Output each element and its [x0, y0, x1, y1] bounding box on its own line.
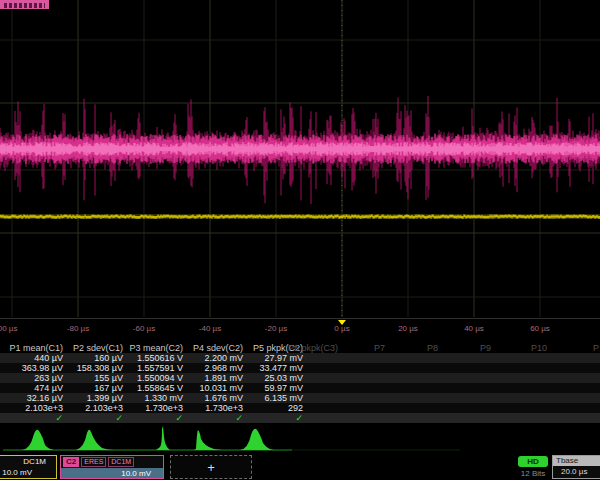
- histicon-p2: [76, 430, 114, 450]
- time-tick-label: 0 µs: [334, 324, 349, 333]
- status-check-icon: ✓: [0, 413, 68, 423]
- parameter-histicons: [0, 423, 600, 455]
- time-axis: -100 µs -80 µs -60 µs -40 µs -20 µs 0 µs…: [0, 318, 600, 344]
- param-header-p1[interactable]: P1 mean(C1): [0, 343, 68, 353]
- status-check-icon: ✓: [188, 413, 248, 423]
- time-tick-label: -20 µs: [265, 324, 287, 333]
- status-check-icon: ✓: [128, 413, 188, 423]
- param-header-p11[interactable]: P11: [593, 343, 600, 353]
- plus-icon: +: [207, 460, 215, 475]
- measure-cell: 33.477 mV: [248, 363, 308, 373]
- measure-row-max: 474 µV 167 µV 1.558645 V 10.031 mV 59.97…: [0, 383, 600, 393]
- measure-cell: 25.03 mV: [248, 373, 308, 383]
- measure-row-status: ✓ ✓ ✓ ✓ ✓: [0, 413, 600, 423]
- measure-cell: 2.103e+3: [0, 403, 68, 413]
- measure-cell: 59.97 mV: [248, 383, 308, 393]
- time-tick-label: 20 µs: [398, 324, 418, 333]
- add-trace-button[interactable]: +: [170, 455, 252, 479]
- measure-cell: 27.97 mV: [248, 353, 308, 363]
- measure-cell: 440 µV: [0, 353, 68, 363]
- measure-cell: 1.558645 V: [128, 383, 188, 393]
- measure-cell: 32.16 µV: [0, 393, 68, 403]
- c2-coupling-flag: DC1M: [108, 457, 134, 467]
- oscilloscope-screen: -100 µs -80 µs -60 µs -40 µs -20 µs 0 µs…: [0, 0, 600, 480]
- measure-row-sdev: 32.16 µV 1.399 µV 1.330 mV 1.676 mV 6.13…: [0, 393, 600, 403]
- measure-cell: 1.730e+3: [128, 403, 188, 413]
- c2-eres-flag: ERES: [81, 457, 106, 467]
- measure-cell: 1.550616 V: [128, 353, 188, 363]
- measure-cell: 363.98 µV: [0, 363, 68, 373]
- measure-cell: 1.676 mV: [188, 393, 248, 403]
- measure-cell: 167 µV: [68, 383, 128, 393]
- measure-cell: 10.031 mV: [188, 383, 248, 393]
- histicon-p5: [240, 429, 274, 450]
- measure-cell: 263 µV: [0, 373, 68, 383]
- timebase-descriptor[interactable]: Tbase 20.0 µs: [552, 455, 600, 479]
- cropped-menu-badge[interactable]: [0, 0, 49, 9]
- timebase-title: Tbase: [553, 456, 600, 466]
- param-header-p3[interactable]: P3 mean(C2): [128, 343, 188, 353]
- measure-cell: 1.557591 V: [128, 363, 188, 373]
- descriptor-bar: DC1M 10.0 mV C2 ERES DC1M 10.0 mV + HD 1…: [0, 455, 600, 480]
- measure-cell: 1.330 mV: [128, 393, 188, 403]
- c1-volts-per-div: 10.0 mV: [2, 468, 32, 477]
- c1-coupling-flag: DC1M: [23, 457, 46, 466]
- param-header-p8[interactable]: P8: [427, 343, 438, 353]
- measurement-table: P1 mean(C1) P2 sdev(C1) P3 mean(C2) P4 s…: [0, 343, 600, 423]
- measure-row-mean: 363.98 µV 158.308 µV 1.557591 V 2.968 mV…: [0, 363, 600, 373]
- measure-cell: 292: [248, 403, 308, 413]
- measure-row-min: 263 µV 155 µV 1.550094 V 1.891 mV 25.03 …: [0, 373, 600, 383]
- trigger-position-icon[interactable]: [338, 320, 346, 325]
- measure-cell: 1.891 mV: [188, 373, 248, 383]
- param-header-p7[interactable]: P7: [374, 343, 385, 353]
- measure-row-num: 2.103e+3 2.103e+3 1.730e+3 1.730e+3 292: [0, 403, 600, 413]
- time-tick-label: 40 µs: [464, 324, 484, 333]
- param-header-p2[interactable]: P2 sdev(C1): [68, 343, 128, 353]
- measure-cell: 155 µV: [68, 373, 128, 383]
- status-check-icon: ✓: [248, 413, 308, 423]
- measure-cell: 2.103e+3: [68, 403, 128, 413]
- time-tick-label: -80 µs: [67, 324, 89, 333]
- time-tick-label: 60 µs: [530, 324, 550, 333]
- illegible-text-pattern: [4, 3, 45, 8]
- param-header-p6[interactable]: P6 pkpk(C3): [288, 343, 338, 353]
- measure-cell: 1.550094 V: [128, 373, 188, 383]
- measure-cell: 2.200 mV: [188, 353, 248, 363]
- measure-cell: 2.968 mV: [188, 363, 248, 373]
- measure-cell: 158.308 µV: [68, 363, 128, 373]
- hd-mode-badge[interactable]: HD: [518, 456, 548, 467]
- c2-channel-badge: C2: [63, 457, 79, 467]
- waveform-svg: [0, 0, 600, 318]
- measure-row-value: 440 µV 160 µV 1.550616 V 2.200 mV 27.97 …: [0, 353, 600, 363]
- histicon-p4: [194, 430, 222, 450]
- time-tick-label: -40 µs: [199, 324, 221, 333]
- time-per-div-value: 20.0 µs: [553, 466, 600, 478]
- measure-cell: 6.135 mV: [248, 393, 308, 403]
- time-tick-label: -100 µs: [0, 324, 17, 333]
- measure-cell: 1.399 µV: [68, 393, 128, 403]
- histicon-p1: [22, 430, 54, 450]
- measure-cell: 1.730e+3: [188, 403, 248, 413]
- channel-c2-descriptor[interactable]: C2 ERES DC1M 10.0 mV: [60, 455, 164, 479]
- histicon-p3: [156, 426, 170, 450]
- measure-cell: 474 µV: [0, 383, 68, 393]
- param-header-p9[interactable]: P9: [480, 343, 491, 353]
- waveform-display[interactable]: [0, 0, 600, 318]
- hd-bits-label: 12 Bits: [512, 469, 554, 478]
- param-header-p4[interactable]: P4 sdev(C2): [188, 343, 248, 353]
- channel-c1-descriptor[interactable]: DC1M 10.0 mV: [0, 455, 57, 479]
- time-tick-label: -60 µs: [133, 324, 155, 333]
- param-header-p10[interactable]: P10: [531, 343, 547, 353]
- status-check-icon: ✓: [68, 413, 128, 423]
- c2-volts-per-div: 10.0 mV: [121, 469, 151, 478]
- measure-cell: 160 µV: [68, 353, 128, 363]
